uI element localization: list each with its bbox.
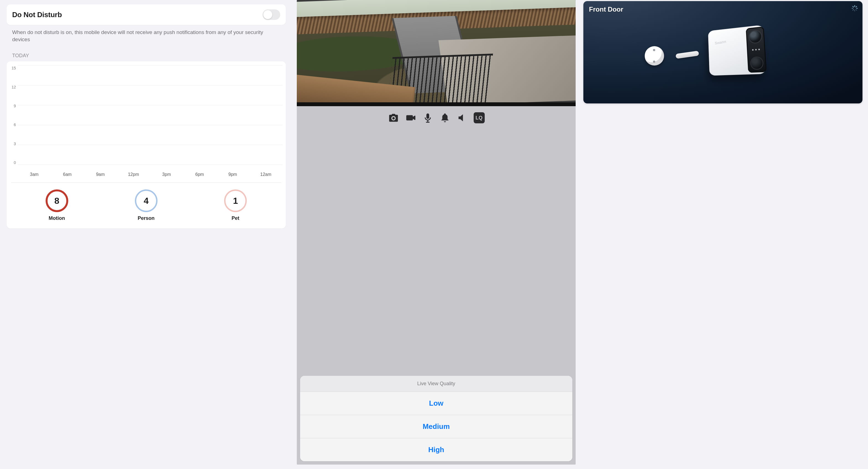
quality-option-low[interactable]: Low xyxy=(300,391,572,415)
dnd-description: When do not disturb is on, this mobile d… xyxy=(7,25,269,43)
quality-badge[interactable]: LQ xyxy=(474,112,485,123)
quality-action-sheet: Live View Quality LowMediumHigh xyxy=(300,376,572,461)
summary-count: 1 xyxy=(224,189,247,212)
camera-brand: Swann xyxy=(714,39,726,46)
summary-label: Pet xyxy=(231,215,239,221)
activity-chart-card: 15129630 3am6am9am12pm3pm6pm9pm12am 8Mot… xyxy=(7,61,286,228)
live-view-controls: LQ xyxy=(297,106,576,131)
summary-label: Person xyxy=(137,215,154,221)
summary-motion[interactable]: 8Motion xyxy=(45,189,68,221)
live-view-pane: LQ Live View Quality LowMediumHigh xyxy=(297,0,576,465)
camera-live-feed[interactable] xyxy=(297,0,576,102)
chart-y-axis: 15129630 xyxy=(10,65,18,170)
quality-option-medium[interactable]: Medium xyxy=(300,415,572,438)
summary-count: 4 xyxy=(135,189,157,212)
sheet-title: Live View Quality xyxy=(300,376,572,391)
snapshot-icon[interactable] xyxy=(388,112,399,123)
summary-label: Motion xyxy=(49,215,65,221)
record-icon[interactable] xyxy=(405,112,416,123)
chart-x-axis: 3am6am9am12pm3pm6pm9pm12am xyxy=(10,170,282,177)
notifications-pane: Do Not Disturb When do not disturb is on… xyxy=(0,4,290,465)
dnd-card: Do Not Disturb xyxy=(7,4,286,25)
bell-icon[interactable] xyxy=(439,112,451,123)
activity-chart: 15129630 xyxy=(10,65,282,170)
dnd-title: Do Not Disturb xyxy=(12,10,62,19)
summary-person[interactable]: 4Person xyxy=(135,189,157,221)
microphone-icon[interactable] xyxy=(422,112,433,123)
activity-summary: 8Motion4Person1Pet xyxy=(10,189,282,223)
speaker-icon[interactable] xyxy=(457,112,468,123)
camera-illustration: Swann xyxy=(583,1,863,104)
summary-count: 8 xyxy=(45,189,68,212)
summary-pet[interactable]: 1Pet xyxy=(224,189,247,221)
device-pane: Front Door xyxy=(582,1,868,465)
today-label: TODAY xyxy=(7,43,286,61)
device-card-front-door[interactable]: Front Door xyxy=(583,1,863,104)
dnd-toggle[interactable] xyxy=(262,9,280,20)
quality-option-high[interactable]: High xyxy=(300,438,572,461)
chart-bars xyxy=(18,65,282,165)
